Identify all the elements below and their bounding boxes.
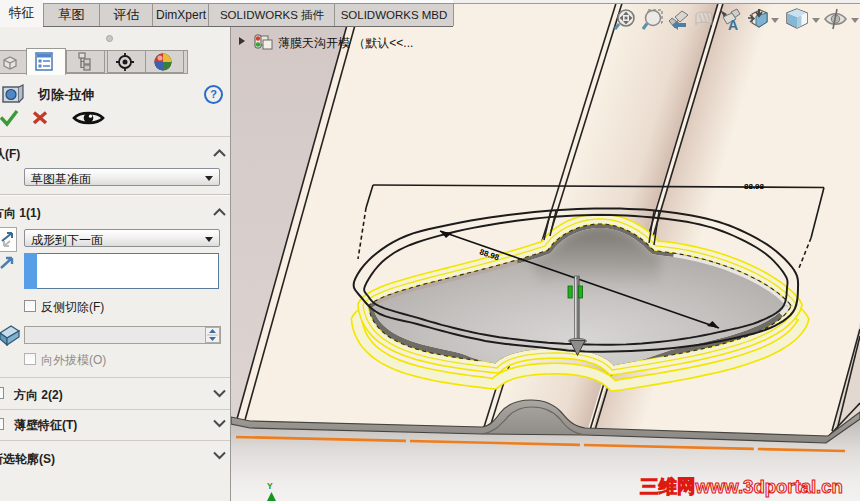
svg-text:三维网www.3dportal.cn: 三维网www.3dportal.cn	[640, 476, 843, 497]
svg-text:A: A	[728, 17, 738, 33]
svg-text:薄膜天沟开模 （默认<<...: 薄膜天沟开模 （默认<<...	[278, 36, 413, 50]
svg-text:Y: Y	[267, 481, 273, 491]
svg-text:88.98: 88.98	[744, 182, 765, 191]
